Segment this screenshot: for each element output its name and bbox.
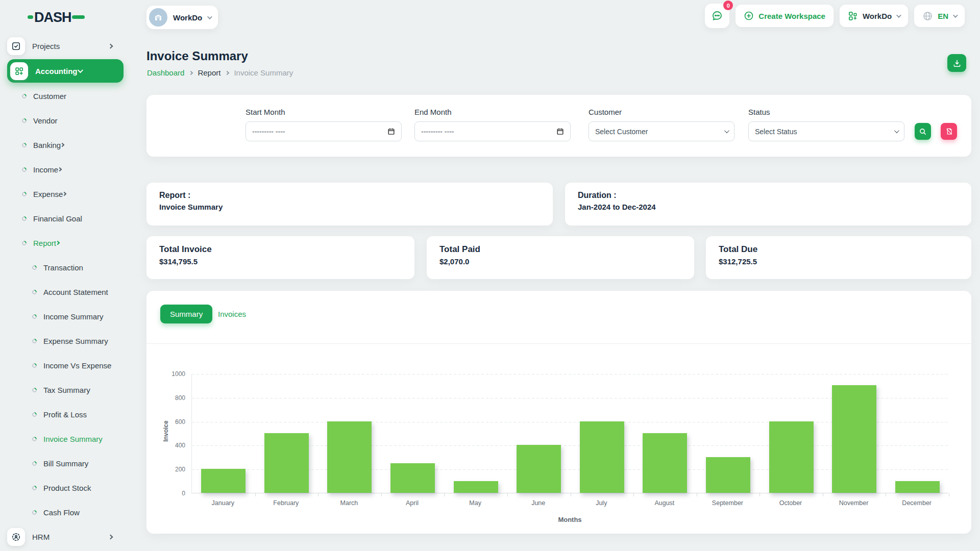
messages-button[interactable]: 0	[705, 4, 729, 28]
chart-plot-area	[191, 374, 948, 493]
breadcrumb-report[interactable]: Report	[198, 68, 220, 77]
chart-x-axis-title: Months	[191, 516, 948, 523]
bullet-ring-icon	[21, 117, 28, 124]
bar-june	[517, 445, 561, 493]
logo-green-dash-left	[28, 15, 33, 19]
y-axis-tick-label: 800	[156, 394, 185, 402]
sidebar-item-income-summary[interactable]: Income Summary	[0, 304, 133, 329]
bullet-ring-icon	[31, 485, 38, 491]
sidebar-item-label: Transaction	[43, 263, 83, 272]
sidebar-item-label: Report	[33, 239, 56, 247]
chevron-down-icon	[77, 67, 83, 73]
search-icon	[919, 128, 927, 136]
sidebar-item-profit-loss[interactable]: Profit & Loss	[0, 402, 133, 427]
bullet-ring-icon	[31, 289, 38, 295]
x-axis-tick	[255, 493, 256, 496]
sidebar-item-product-stock[interactable]: Product Stock	[0, 475, 133, 500]
sidebar-item-vendor[interactable]: Vendor	[0, 108, 133, 133]
reset-filter-button[interactable]	[941, 123, 957, 140]
tab-invoices[interactable]: Invoices	[218, 310, 246, 318]
duration-card-value: Jan-2024 to Dec-2024	[578, 203, 971, 211]
clear-filter-icon	[945, 128, 953, 135]
breadcrumb-separator-icon	[189, 70, 193, 74]
sidebar-item-bill-summary[interactable]: Bill Summary	[0, 451, 133, 475]
stat-value: $314,795.5	[159, 257, 414, 266]
language-selector[interactable]: EN	[914, 5, 965, 27]
y-axis-tick-label: 600	[156, 418, 185, 425]
sidebar-item-financial-goal[interactable]: Financial Goal	[0, 206, 133, 231]
sidebar-item-label: Financial Goal	[33, 214, 82, 223]
sidebar-item-accounting[interactable]: Accounting	[7, 59, 124, 83]
sidebar-item-label: Income Summary	[43, 312, 104, 321]
bar-december	[895, 481, 940, 493]
bullet-ring-icon	[31, 387, 38, 393]
end-month-input[interactable]: --------- ----	[414, 121, 571, 141]
stat-label: Total Due	[719, 244, 971, 255]
apply-filter-button[interactable]	[915, 123, 931, 140]
x-axis-tick	[697, 493, 697, 496]
bullet-ring-icon	[31, 436, 38, 442]
bar-september	[706, 457, 750, 493]
sidebar-item-report[interactable]: Report	[0, 231, 133, 255]
sidebar-item-label: Expense Summary	[43, 337, 108, 345]
sidebar-item-invoice-summary[interactable]: Invoice Summary	[0, 427, 133, 451]
report-card: Report : Invoice Summary	[146, 183, 553, 226]
sidebar-item-expense[interactable]: Expense	[0, 182, 133, 206]
y-axis-tick-label: 200	[156, 466, 185, 473]
sidebar-item-transaction[interactable]: Transaction	[0, 255, 133, 280]
stat-card-total-paid: Total Paid $2,070.0	[427, 236, 694, 279]
download-button[interactable]	[947, 54, 966, 72]
bar-may	[454, 481, 498, 493]
customer-select-value: Select Customer	[595, 128, 648, 136]
chevron-right-icon	[108, 43, 113, 48]
chevron-right-icon	[108, 534, 113, 539]
end-month-label: End Month	[414, 108, 452, 116]
sidebar-item-hrm[interactable]: HRM	[0, 524, 133, 549]
status-select[interactable]: Select Status	[748, 121, 904, 141]
end-month-placeholder: --------- ----	[421, 128, 454, 136]
duration-card-label: Duration :	[578, 191, 971, 200]
start-month-input[interactable]: --------- ----	[246, 121, 402, 141]
tab-summary[interactable]: Summary	[160, 305, 212, 323]
bar-november	[832, 385, 876, 493]
accounting-grid-icon	[10, 62, 28, 80]
bullet-ring-icon	[21, 215, 28, 222]
sidebar-item-label: Tax Summary	[43, 386, 90, 394]
workspace-menu-button[interactable]: WorkDo	[840, 5, 908, 27]
sidebar-item-income-vs-expense[interactable]: Income Vs Expense	[0, 353, 133, 378]
logo-green-dash-right	[72, 15, 85, 19]
x-axis-tick	[571, 493, 571, 496]
sidebar-item-tax-summary[interactable]: Tax Summary	[0, 378, 133, 402]
report-card-label: Report :	[159, 191, 553, 200]
dash-logo[interactable]: DASH	[28, 8, 85, 28]
sidebar-item-projects[interactable]: Projects	[0, 34, 133, 58]
sidebar-item-expense-summary[interactable]: Expense Summary	[0, 329, 133, 353]
x-axis-tick-label: April	[381, 499, 444, 507]
bar-october	[769, 421, 814, 493]
status-label: Status	[748, 108, 770, 116]
x-axis-tick	[760, 493, 760, 496]
create-workspace-button[interactable]: Create Workspace	[736, 5, 834, 27]
sidebar-item-cash-flow[interactable]: Cash Flow	[0, 500, 133, 524]
breadcrumb-dashboard[interactable]: Dashboard	[147, 68, 184, 77]
x-axis-tick	[444, 493, 445, 496]
sidebar-item-account-statement[interactable]: Account Statement	[0, 280, 133, 304]
bullet-ring-icon	[31, 411, 38, 418]
customer-select[interactable]: Select Customer	[589, 121, 734, 141]
x-axis-tick-label: November	[822, 499, 886, 507]
x-axis-tick-label: September	[696, 499, 760, 507]
workspace-selector[interactable]: WorkDo	[146, 6, 218, 29]
report-submenu: TransactionAccount StatementIncome Summa…	[0, 255, 133, 524]
sidebar-item-customer[interactable]: Customer	[0, 84, 133, 108]
bar-august	[643, 433, 687, 493]
sidebar-item-label: Cash Flow	[43, 508, 80, 517]
topbar-actions: 0 Create Workspace WorkDo EN	[705, 4, 965, 28]
chevron-down-icon	[207, 14, 212, 19]
stat-card-total-due: Total Due $312,725.5	[706, 236, 971, 279]
x-axis-tick	[318, 493, 318, 496]
sidebar-item-income[interactable]: Income	[0, 157, 133, 182]
x-axis-tick-label: December	[885, 499, 948, 507]
filter-card: Start Month --------- ---- End Month ---…	[146, 95, 971, 157]
bullet-ring-icon	[21, 93, 28, 99]
sidebar-item-banking[interactable]: Banking	[0, 133, 133, 157]
